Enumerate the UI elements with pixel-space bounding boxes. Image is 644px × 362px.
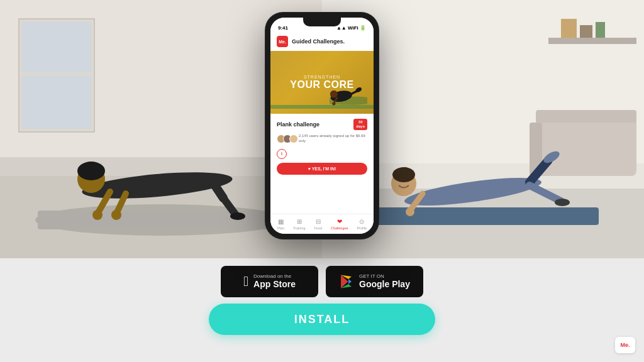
apple-large-text: App Store xyxy=(253,279,296,290)
google-small-text: GET IT ON xyxy=(359,273,410,280)
challenge-info: Plank challenge 30 days 2,145 users alre xyxy=(270,114,374,214)
join-button[interactable]: ♥ YES, I'M IN! xyxy=(277,163,367,175)
bottom-section:  Download on the App Store GET IT ON Go… xyxy=(0,258,644,362)
apple-small-text: Download on the xyxy=(253,273,296,280)
google-store-text: GET IT ON Google Play xyxy=(359,273,410,290)
profile-icon: ⊙ xyxy=(359,218,364,225)
svg-point-10 xyxy=(77,162,105,180)
install-button[interactable]: INSTALL xyxy=(209,304,435,335)
app-store-button[interactable]:  Download on the App Store xyxy=(221,266,318,297)
nav-food[interactable]: ⊟ Food xyxy=(314,218,322,230)
challenge-banner: Strengthen YOUR CORE xyxy=(270,51,374,114)
svg-point-13 xyxy=(92,210,103,220)
svg-point-32 xyxy=(400,167,410,177)
plan-icon: ▦ xyxy=(278,218,284,225)
status-time: 9:41 xyxy=(278,25,288,31)
avatar-3 xyxy=(289,134,298,143)
install-label: INSTALL xyxy=(294,313,350,326)
nav-challenges[interactable]: ❤ Challenges xyxy=(331,218,348,230)
strengthen-text: Strengthen xyxy=(304,75,340,79)
svg-rect-25 xyxy=(580,25,592,38)
google-play-button[interactable]: GET IT ON Google Play xyxy=(326,266,423,297)
days-badge: 30 days xyxy=(353,119,367,130)
svg-rect-23 xyxy=(548,38,636,44)
nav-plan[interactable]: ▦ Plan xyxy=(277,218,284,230)
training-icon: ⊞ xyxy=(297,218,302,225)
svg-point-17 xyxy=(230,212,245,220)
main-container: 9:41 ▲▲ WiFi 🔋 Me. Guided Challenges. St… xyxy=(0,0,644,362)
info-icon: i xyxy=(277,149,287,159)
svg-rect-24 xyxy=(561,19,577,38)
app-header: Me. Guided Challenges. xyxy=(270,33,374,51)
app-logo: Me. xyxy=(277,36,288,47)
mat-strip xyxy=(270,105,374,109)
avatar-stack xyxy=(277,134,296,143)
status-icons: ▲▲ WiFi 🔋 xyxy=(336,25,366,31)
svg-rect-4 xyxy=(22,75,91,129)
apple-store-text: Download on the App Store xyxy=(253,273,296,290)
google-large-text: Google Play xyxy=(359,279,410,290)
users-row: 2,145 users already signed up for $9.99 … xyxy=(277,134,367,144)
phone-notch xyxy=(303,18,341,26)
svg-rect-26 xyxy=(596,22,605,38)
watermark: Me. xyxy=(615,337,635,353)
google-play-icon xyxy=(339,274,354,289)
store-buttons:  Download on the App Store GET IT ON Go… xyxy=(221,266,423,297)
svg-point-38 xyxy=(555,199,570,206)
nav-profile[interactable]: ⊙ Profile xyxy=(357,218,367,230)
apple-icon:  xyxy=(243,273,248,290)
users-count-text: 2,145 users already signed up for $9.99 … xyxy=(299,134,367,144)
nav-training[interactable]: ⊞ Training xyxy=(293,218,306,230)
svg-rect-22 xyxy=(536,110,636,123)
svg-point-34 xyxy=(406,207,414,216)
food-icon: ⊟ xyxy=(316,218,321,225)
app-title-text: Guided Challenges. xyxy=(292,38,345,45)
svg-point-14 xyxy=(111,210,121,220)
challenge-name: Plank challenge xyxy=(277,121,319,128)
challenges-icon: ❤ xyxy=(337,218,342,225)
svg-rect-7 xyxy=(38,211,286,229)
watermark-text: Me. xyxy=(620,342,630,348)
challenge-title-row: Plank challenge 30 days xyxy=(277,119,367,130)
info-icon-row: i xyxy=(277,149,367,159)
phone-wrapper: 9:41 ▲▲ WiFi 🔋 Me. Guided Challenges. St… xyxy=(265,13,379,239)
phone-mockup: 9:41 ▲▲ WiFi 🔋 Me. Guided Challenges. St… xyxy=(265,13,379,239)
phone-screen: 9:41 ▲▲ WiFi 🔋 Me. Guided Challenges. St… xyxy=(270,18,374,234)
bottom-nav: ▦ Plan ⊞ Training ⊟ Food ❤ Challenges xyxy=(270,214,374,234)
svg-point-41 xyxy=(330,90,338,98)
svg-rect-3 xyxy=(22,22,91,72)
